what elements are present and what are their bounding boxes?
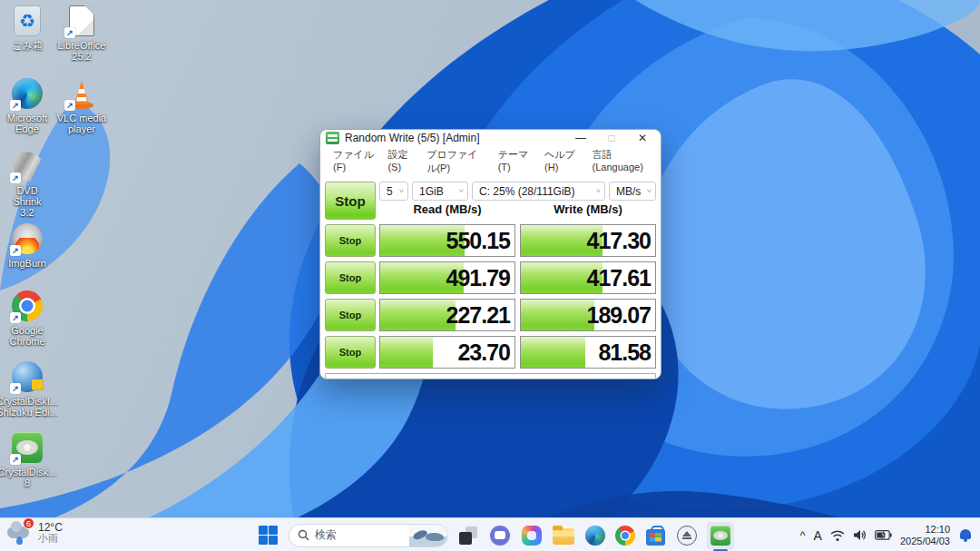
file-explorer-button[interactable]: [552, 524, 575, 547]
menu-theme[interactable]: テーマ(T): [493, 146, 537, 177]
write-column-header: Write (MB/s): [520, 202, 656, 216]
chrome-icon: [615, 526, 635, 546]
chevron-down-icon: ˅: [399, 188, 404, 195]
shortcut-arrow-icon: ↗: [64, 27, 75, 38]
test-count-select[interactable]: 5˅: [379, 182, 408, 201]
edge-button[interactable]: [583, 524, 607, 547]
notification-bell-icon[interactable]: [958, 528, 973, 543]
time: 12:10: [925, 524, 950, 535]
hidden-icons-chevron[interactable]: ^: [799, 528, 805, 542]
desktop-icon-crystaldiskmark[interactable]: ↗ CrystalDisk...8: [2, 430, 53, 488]
minimize-button[interactable]: —: [568, 130, 593, 146]
taskbar-clock[interactable]: 12:10 2025/04/03: [900, 524, 950, 547]
copilot-icon: [522, 526, 542, 546]
windows-logo-icon: [259, 526, 279, 546]
search-placeholder: 検索: [315, 527, 404, 543]
shortcut-arrow-icon: ↗: [10, 100, 21, 111]
weather-widget[interactable]: 6 12°C 小雨: [7, 521, 63, 545]
store-icon: [646, 529, 665, 546]
temperature: 12°C: [38, 522, 63, 533]
eject-button[interactable]: [675, 524, 699, 547]
battery-icon[interactable]: [875, 530, 892, 540]
weather-condition: 小雨: [38, 533, 63, 544]
task-view-button[interactable]: [456, 524, 480, 547]
test-row: Stop 491.79 417.61: [325, 261, 656, 294]
edge-icon: [585, 526, 605, 546]
copilot-button[interactable]: [520, 524, 544, 547]
weather-rain-icon: 6: [7, 521, 33, 545]
app-icon: [326, 132, 339, 144]
menu-file[interactable]: ファイル(F): [328, 146, 380, 177]
maximize-button[interactable]: □: [599, 130, 624, 146]
shortcut-arrow-icon: ↗: [10, 454, 21, 465]
notification-badge: 6: [23, 517, 34, 529]
window-title: Random Write (5/5) [Admin]: [345, 132, 563, 144]
chat-icon: [490, 526, 510, 546]
unit-select[interactable]: MB/s˅: [609, 182, 656, 201]
stop-row4-button[interactable]: Stop: [325, 336, 376, 369]
vlc-icon: ↗: [64, 76, 99, 111]
microsoft-store-button[interactable]: [643, 524, 667, 547]
imgburn-icon: ↗: [10, 221, 44, 256]
eject-icon: [677, 526, 697, 546]
chat-button[interactable]: [488, 524, 512, 547]
read-result-cell: 23.70: [379, 336, 515, 369]
test-row: Stop 23.70 81.58: [325, 336, 656, 369]
stop-row3-button[interactable]: Stop: [325, 299, 376, 331]
read-result-cell: 227.21: [379, 299, 515, 331]
menu-help[interactable]: ヘルプ(H): [539, 146, 585, 177]
test-row: Stop 227.21 189.07: [325, 299, 656, 331]
start-button[interactable]: [257, 524, 280, 547]
desktop-icon-dvd-shrink[interactable]: ↗ DVD Shrink3.2: [2, 149, 53, 218]
desktop-icon-libreoffice[interactable]: ↗ LibreOffice25.2: [56, 4, 107, 62]
write-bar: [521, 300, 594, 330]
search-icon: [298, 529, 309, 541]
icon-label: ごみ箱: [12, 40, 43, 51]
search-box[interactable]: 検索: [289, 524, 448, 547]
stop-all-button[interactable]: Stop: [325, 182, 376, 220]
write-result-cell: 417.30: [520, 224, 656, 257]
stop-row2-button[interactable]: Stop: [325, 261, 376, 294]
menu-bar: ファイル(F) 設定(S) プロファイル(P) テーマ(T) ヘルプ(H) 言語…: [320, 146, 661, 179]
read-column-header: Read (MB/s): [379, 202, 515, 216]
desktop-icon-microsoft-edge[interactable]: ↗ MicrosoftEdge: [2, 76, 53, 134]
menu-settings[interactable]: 設定(S): [382, 146, 419, 177]
desktop-icon-imgburn[interactable]: ↗ ImgBurn: [2, 221, 53, 269]
test-size-select[interactable]: 1GiB˅: [412, 182, 468, 201]
target-drive-select[interactable]: C: 25% (28/111GiB)˅: [472, 182, 605, 201]
system-tray: ^ A 12:10 2025/04/03: [799, 518, 973, 551]
desktop-icon-crystaldiskinfo[interactable]: ↗ CrystalDiskI...Shizuku Edi...: [2, 359, 53, 418]
chevron-down-icon: ˅: [459, 188, 464, 195]
desktop: ♻ ごみ箱 ↗ LibreOffice25.2 ↗ MicrosoftEdge …: [0, 0, 980, 551]
ime-mode-indicator[interactable]: A: [814, 528, 822, 543]
date: 2025/04/03: [900, 536, 950, 546]
stop-row1-button[interactable]: Stop: [325, 224, 376, 257]
desktop-icon-recycle-bin[interactable]: ♻ ごみ箱: [2, 4, 53, 51]
folder-icon: [553, 528, 574, 545]
wifi-icon[interactable]: [830, 529, 845, 542]
crystaldiskmark-icon: [710, 526, 730, 546]
close-button[interactable]: ✕: [630, 130, 655, 146]
write-bar: [521, 337, 585, 368]
write-result-cell: 81.58: [520, 336, 656, 369]
taskbar-center: 検索: [257, 518, 734, 551]
chevron-down-icon: ˅: [596, 188, 601, 195]
desktop-icon-vlc[interactable]: ↗ VLC mediaplayer: [56, 76, 107, 134]
crystaldiskinfo-icon: ↗: [10, 359, 44, 394]
chrome-button[interactable]: [615, 526, 635, 546]
read-result-cell: 550.15: [379, 224, 515, 257]
menu-profile[interactable]: プロファイル(P): [421, 146, 491, 177]
menu-language[interactable]: 言語(Language): [587, 146, 653, 177]
crystaldiskmark-window: Random Write (5/5) [Admin] — □ ✕ ファイル(F)…: [319, 129, 662, 379]
chrome-icon: ↗: [10, 289, 44, 323]
volume-icon[interactable]: [853, 529, 867, 541]
crystaldiskmark-taskbar-button-active[interactable]: [707, 522, 734, 549]
read-result-cell: 491.79: [379, 261, 515, 294]
title-bar[interactable]: Random Write (5/5) [Admin] — □ ✕: [320, 130, 661, 146]
write-result-cell: 189.07: [520, 299, 656, 331]
shortcut-arrow-icon: ↗: [10, 312, 21, 323]
chevron-down-icon: ˅: [647, 188, 652, 195]
bing-daily-image[interactable]: [409, 524, 447, 547]
desktop-icon-google-chrome[interactable]: ↗ GoogleChrome: [2, 289, 53, 347]
crystaldiskmark-icon: ↗: [10, 430, 44, 465]
